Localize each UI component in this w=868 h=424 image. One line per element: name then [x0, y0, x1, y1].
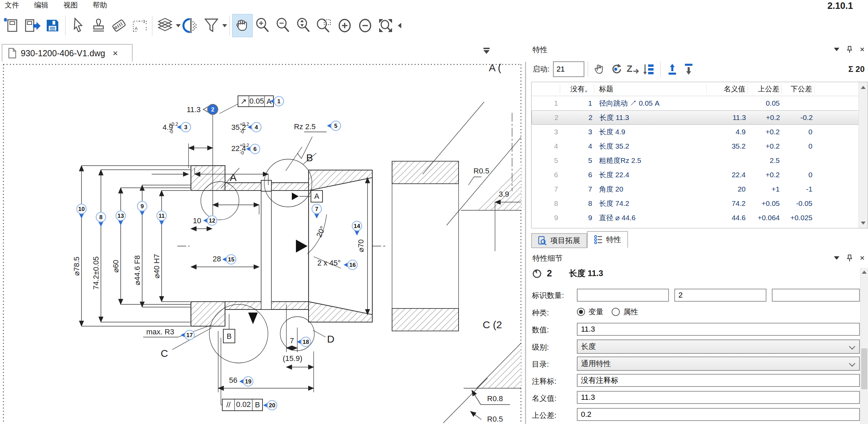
hand-icon	[234, 17, 251, 34]
tab-close-icon[interactable]: ×	[113, 48, 118, 59]
balloon-8[interactable]: 8	[96, 212, 106, 227]
balloon-11[interactable]: 11	[157, 211, 166, 225]
nominal-input[interactable]	[577, 391, 860, 404]
col-title[interactable]: 标题	[594, 84, 707, 94]
menu-edit[interactable]: 编辑	[34, 0, 48, 10]
table-row[interactable]: 1 1 径向跳动 ↗ 0.05 A 0.05	[532, 96, 868, 110]
panel-menu-icon[interactable]	[834, 48, 839, 51]
table-row[interactable]: 4 4 长度 35.2 35.2 +0.2 0	[532, 139, 868, 153]
details-pin-icon[interactable]	[847, 254, 852, 262]
pin-icon[interactable]	[847, 46, 852, 53]
filter-button[interactable]	[201, 14, 222, 37]
col-no[interactable]: 没有。	[560, 84, 594, 94]
fcf-parallelism: // 0.02 B	[221, 338, 263, 411]
id-count-input-1[interactable]	[577, 289, 669, 302]
document-tab[interactable]: 930-1200-406-V1.dwg ×	[2, 44, 133, 62]
z-order-button[interactable]: Z	[624, 61, 641, 78]
zoom-fit-button[interactable]	[375, 14, 396, 37]
menu-view[interactable]: 视图	[63, 0, 78, 10]
value-input[interactable]	[577, 323, 860, 336]
balloon-4[interactable]: 4	[248, 122, 261, 132]
tab-overflow-icon[interactable]	[483, 48, 490, 54]
table-row[interactable]: 7 7 角度 20 20 +1 -1	[532, 182, 868, 196]
zoom-fit-icon	[377, 17, 394, 34]
table-row[interactable]: 9 9 直径 ⌀ 44.6 44.6 +0.064 +0.025	[532, 211, 868, 225]
decrease-button[interactable]	[355, 14, 375, 37]
stamp-tool-button[interactable]	[88, 14, 109, 37]
table-row[interactable]: 8 8 长度 74.2 74.2 +0.05 -0.05	[532, 196, 868, 211]
details-close-icon[interactable]: ×	[860, 255, 865, 261]
svg-text:0.02: 0.02	[236, 400, 251, 409]
pan-tool-button[interactable]	[232, 14, 253, 37]
scroll-up-icon[interactable]	[859, 82, 868, 92]
filter-dropdown-caret[interactable]	[222, 24, 227, 27]
col-upper[interactable]: 上公差	[748, 84, 782, 94]
table-row[interactable]: 6 6 长度 22.4 22.4 +0.2 0	[532, 168, 868, 182]
panel-close-icon[interactable]: ×	[860, 46, 865, 53]
drawing-canvas[interactable]: ⌀78.5 74.2±0.05 ⌀60 ⌀44.6 F8 ⌀40 H7 11.3…	[0, 62, 526, 424]
table-scrollbar[interactable]	[858, 82, 868, 228]
balloon-13[interactable]: 13	[116, 211, 125, 225]
details-scroll-up-icon[interactable]	[860, 268, 868, 276]
table-row[interactable]: 3 3 长度 4.9 4.9 +0.2 0	[532, 125, 868, 139]
new-document-button[interactable]	[1, 14, 22, 37]
move-top-button[interactable]	[664, 61, 680, 78]
details-scroll-thumb[interactable]	[861, 348, 867, 389]
layers-dropdown-caret[interactable]	[176, 24, 181, 27]
start-input[interactable]	[553, 61, 584, 77]
svg-text:5: 5	[334, 123, 337, 129]
balloon-9[interactable]: 9	[137, 201, 147, 216]
refresh-rotate-button[interactable]	[608, 61, 624, 78]
balloon-20[interactable]: 20	[263, 400, 277, 410]
col-lower[interactable]: 下公差	[782, 84, 814, 94]
increase-button[interactable]	[334, 14, 355, 37]
balloon-10[interactable]: 10	[77, 204, 86, 218]
mirror-view-button[interactable]	[181, 14, 201, 37]
tag-tool-button[interactable]	[109, 14, 129, 37]
balloon-17[interactable]: 17	[181, 330, 194, 340]
radio-variable-label: 变量	[588, 307, 603, 317]
layers-button[interactable]	[155, 14, 175, 37]
details-scrollbar[interactable]	[860, 268, 868, 424]
balloon-19[interactable]: 19	[239, 377, 253, 386]
tab-characteristics[interactable]: 特性	[587, 231, 628, 248]
table-row[interactable]: 5 5 粗糙度Rz 2.5 2.5	[532, 153, 868, 168]
balloon-18[interactable]: 18	[297, 337, 311, 347]
catalog-select[interactable]: 通用特性	[577, 357, 860, 371]
svg-text:B: B	[255, 400, 260, 409]
table-row-selected[interactable]: 2 2 长度 11.3 11.3 +0.2 -0.2	[532, 110, 868, 125]
col-nominal[interactable]: 名义值	[707, 84, 748, 94]
details-menu-icon[interactable]	[834, 256, 839, 260]
class-select[interactable]: 长度	[577, 339, 860, 354]
balloon-2-selected[interactable]: 2	[203, 104, 218, 115]
move-bottom-button[interactable]	[680, 61, 697, 78]
zoom-dynamic-button[interactable]	[294, 14, 314, 37]
id-count-input-3[interactable]	[772, 289, 860, 302]
tab-project-expand[interactable]: 项目拓展	[531, 233, 587, 248]
cursor-icon	[70, 17, 87, 34]
svg-text:7: 7	[315, 206, 318, 212]
open-document-button[interactable]	[22, 14, 42, 37]
radio-attribute[interactable]	[612, 308, 620, 316]
note-input[interactable]	[577, 374, 860, 387]
pick-tool-button[interactable]	[592, 61, 608, 78]
scroll-down-icon[interactable]	[859, 218, 868, 228]
balloon-3[interactable]: 3	[177, 122, 191, 132]
hand-pointer-icon	[594, 63, 605, 75]
main-toolbar: A 1	[1, 12, 403, 40]
zoom-window-button[interactable]	[314, 14, 334, 37]
sort-list-button[interactable]	[641, 61, 657, 78]
select-tool-button[interactable]	[68, 14, 88, 37]
menu-help[interactable]: 帮助	[93, 0, 107, 10]
zoom-in-tool-button[interactable]	[253, 14, 273, 37]
toolbar-collapse-button[interactable]	[396, 14, 403, 37]
balloon-5[interactable]: 5	[327, 121, 341, 131]
radio-variable[interactable]	[577, 308, 585, 316]
upper-tol-input[interactable]	[577, 408, 860, 421]
region-select-button[interactable]: A 1	[129, 14, 150, 37]
menu-file[interactable]: 文件	[5, 0, 19, 10]
save-button[interactable]	[42, 14, 63, 37]
id-count-input-2[interactable]	[674, 289, 766, 302]
zoom-out-tool-button[interactable]	[273, 14, 294, 37]
note-label: 注释标:	[532, 376, 556, 387]
